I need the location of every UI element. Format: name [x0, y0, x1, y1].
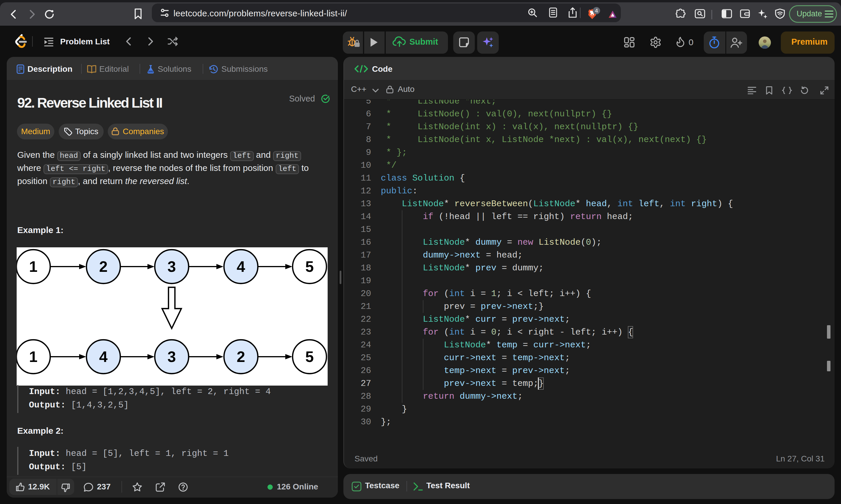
- svg-text:3: 3: [168, 258, 176, 275]
- svg-text:1: 1: [29, 258, 38, 275]
- svg-text:4: 4: [99, 348, 108, 365]
- svg-text:1: 1: [29, 348, 38, 365]
- svg-text:5: 5: [306, 348, 314, 365]
- svg-text:4: 4: [237, 258, 245, 275]
- svg-text:2: 2: [237, 348, 245, 365]
- svg-text:2: 2: [99, 258, 108, 275]
- svg-text:5: 5: [306, 258, 314, 275]
- svg-text:3: 3: [168, 348, 176, 365]
